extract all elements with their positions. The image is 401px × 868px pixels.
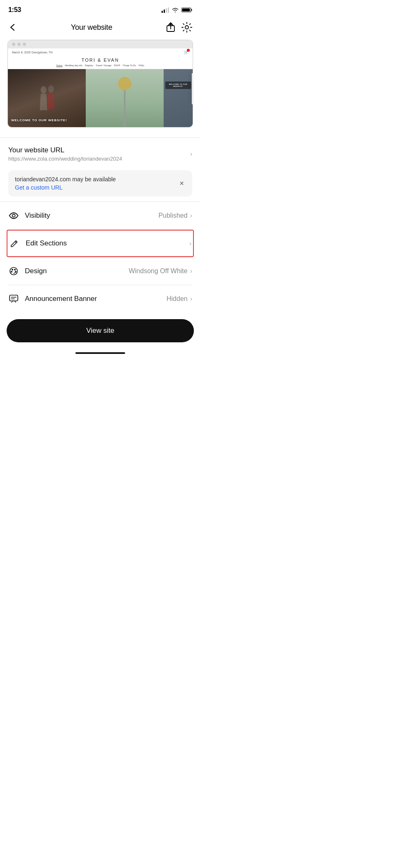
get-custom-url-link[interactable]: Get a custom URL — [15, 184, 116, 191]
status-bar: 1:53 — [0, 0, 200, 18]
home-bar — [75, 352, 125, 354]
edit-sections-chevron: › — [189, 240, 191, 247]
design-theme: Windsong Off White — [129, 267, 188, 275]
status-time: 1:53 — [8, 6, 21, 14]
preview-nav-home: Home — [56, 64, 63, 67]
design-chevron: › — [190, 267, 192, 275]
svg-rect-3 — [168, 7, 169, 13]
close-banner-button[interactable]: × — [178, 178, 186, 190]
visibility-chevron: › — [190, 212, 192, 219]
design-value: Windsong Off White › — [129, 267, 192, 275]
visibility-status: Published — [158, 212, 187, 219]
url-value: https://www.zola.com/wedding/toriandevan… — [8, 156, 122, 162]
status-icons — [162, 7, 192, 13]
nav-actions — [166, 22, 192, 33]
hero-photo-2 — [86, 69, 164, 127]
preview-nav-things: Things To Do — [123, 64, 136, 67]
svg-rect-1 — [164, 10, 165, 13]
preview-header-bar: March 8, 2025 Georgetown, TN 🛒 1 — [8, 48, 193, 56]
svg-rect-19 — [10, 295, 18, 301]
couple-silhouette-1 — [34, 82, 59, 119]
svg-rect-0 — [162, 11, 163, 13]
announcement-chevron: › — [190, 295, 192, 303]
svg-rect-2 — [166, 8, 167, 13]
visibility-item[interactable]: Visibility Published › — [8, 202, 192, 229]
preview-hero: WELCOME TO OURWEBSITE! TORIFRANKLIN&EVAN… — [8, 69, 193, 127]
page-title: Your website — [71, 23, 112, 32]
browser-dot-1 — [12, 43, 15, 46]
preview-date-location: March 8, 2025 Georgetown, TN — [12, 51, 53, 54]
edit-sections-label: Edit Sections — [26, 239, 67, 248]
announcement-status: Hidden — [167, 295, 188, 303]
svg-point-8 — [185, 26, 188, 29]
eye-icon — [8, 210, 19, 221]
visibility-label: Visibility — [25, 212, 50, 220]
svg-rect-6 — [182, 9, 190, 12]
design-left: Design — [8, 266, 47, 277]
url-text-group: Your website URL https://www.zola.com/we… — [8, 146, 122, 162]
nav-header: Your website — [0, 18, 200, 40]
hero-overlay-text: WELCOME TO OUR WEBSITE! — [11, 118, 67, 122]
hero-photo-3: WELCOME TO OURWEBSITE! TORIFRANKLIN&EVAN… — [164, 69, 193, 127]
design-label: Design — [25, 267, 47, 275]
signal-icon — [162, 7, 169, 13]
back-button[interactable] — [8, 23, 17, 31]
gear-icon[interactable] — [181, 22, 192, 33]
url-title: Your website URL — [8, 146, 122, 154]
preview-nav: Home Wedding day info Registry Travel / … — [8, 63, 193, 69]
svg-point-17 — [11, 271, 12, 273]
pencil-icon — [9, 238, 20, 249]
battery-icon — [181, 7, 192, 13]
visibility-value: Published › — [158, 212, 192, 219]
wifi-icon — [172, 7, 179, 13]
svg-point-13 — [12, 214, 15, 217]
svg-point-16 — [14, 269, 16, 271]
announcement-value: Hidden › — [167, 295, 192, 303]
svg-point-9 — [41, 86, 46, 94]
preview-nav-faqs: FAQs — [138, 64, 144, 67]
announcement-left: Announcement Banner — [8, 293, 97, 304]
announcement-label: Announcement Banner — [25, 295, 97, 303]
palette-icon — [8, 266, 19, 277]
svg-point-10 — [48, 85, 54, 93]
preview-nav-rsvp: RSVP — [114, 64, 120, 67]
edit-sections-left: Edit Sections — [9, 238, 67, 249]
url-section[interactable]: Your website URL https://www.zola.com/we… — [0, 138, 200, 170]
svg-rect-5 — [191, 9, 192, 11]
custom-url-banner: toriandevan2024.com may be available Get… — [8, 170, 192, 197]
svg-point-15 — [12, 269, 13, 271]
browser-dot-2 — [17, 43, 21, 46]
announcement-banner-item[interactable]: Announcement Banner Hidden › — [8, 285, 192, 313]
custom-url-text-group: toriandevan2024.com may be available Get… — [15, 176, 116, 191]
preview-welcome-overlay: WELCOME TO OURWEBSITE! — [165, 82, 191, 89]
home-indicator — [0, 349, 200, 356]
edit-sections-item[interactable]: Edit Sections › — [7, 230, 194, 257]
share-icon[interactable] — [166, 22, 176, 33]
preview-nav-registry: Registry — [85, 64, 93, 67]
cart-area: 🛒 1 — [184, 50, 188, 54]
preview-couple-name: TORI & EVAN — [8, 56, 193, 63]
browser-bar — [8, 40, 193, 48]
website-preview: March 8, 2025 Georgetown, TN 🛒 1 TORI & … — [7, 40, 193, 127]
names-card: TORIFRANKLIN&EVANNORTON — [192, 73, 193, 104]
preview-nav-wedding: Wedding day info — [65, 64, 82, 67]
preview-content: March 8, 2025 Georgetown, TN 🛒 1 TORI & … — [8, 48, 193, 127]
design-item[interactable]: Design Windsong Off White › — [8, 257, 192, 285]
browser-dot-3 — [23, 43, 26, 46]
visibility-left: Visibility — [8, 210, 50, 221]
custom-url-availability-text: toriandevan2024.com may be available — [15, 176, 116, 183]
list-section: Visibility Published › Edit Sections › — [0, 202, 200, 313]
url-chevron: › — [190, 150, 192, 158]
cart-badge: 1 — [187, 49, 190, 52]
preview-nav-travel: Travel / Voyage — [96, 64, 111, 67]
view-site-button[interactable]: View site — [7, 319, 194, 342]
chat-icon — [8, 293, 19, 304]
